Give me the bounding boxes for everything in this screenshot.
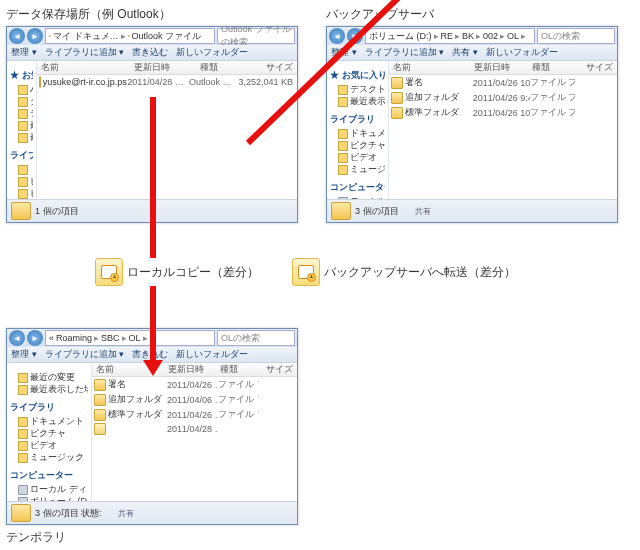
forward-button[interactable]: ► [27, 330, 43, 346]
file-row[interactable]: 署名 2011/04/26 … ファイル フォル… [92, 377, 297, 392]
col-size[interactable]: サイズ [576, 61, 617, 74]
column-headers: 名前 更新日時 種類 サイズ [92, 363, 297, 377]
status-share: 共有 [403, 206, 431, 217]
sidebar-item[interactable]: ドキュメント [10, 163, 33, 175]
col-type[interactable]: 種類 [196, 61, 250, 74]
sidebar-item[interactable]: ピクチャ [330, 139, 385, 151]
breadcrumb-seg[interactable]: SBC [101, 333, 120, 343]
breadcrumb-seg[interactable]: ボリューム (D:) [369, 30, 432, 43]
sidebar-item[interactable]: 最近表示した場所 [10, 131, 33, 143]
file-row[interactable]: 追加フォルダ 2011/04/26 9:45 ファイル フォルダー [389, 90, 617, 105]
breadcrumb-seg[interactable]: « [49, 333, 54, 343]
folder-icon [94, 409, 106, 421]
menu-new-folder[interactable]: 新しいフォルダー [176, 46, 248, 59]
file-row[interactable]: 標準フォルダ 2011/04/26 … ファイル フォル… [92, 407, 297, 422]
col-date[interactable]: 更新日時 [130, 61, 196, 74]
address-bar[interactable]: ボリューム (D:)▸ RE▸ BK▸ 002▸ OL▸ [365, 28, 535, 44]
file-list: 名前 更新日時 種類 サイズ 署名 2011/04/26 10:53 ファイル … [389, 61, 617, 199]
sidebar-item[interactable]: 最近の変更 [10, 119, 33, 131]
breadcrumb-seg[interactable]: BK [462, 31, 474, 41]
address-bar[interactable]: « Roaming▸ SBC▸ OL▸ [45, 330, 215, 346]
file-row[interactable]: 標準フォルダ 2011/04/26 10:53 ファイル フォルダー [389, 105, 617, 120]
libraries-header[interactable]: ライブラリ [10, 401, 88, 414]
back-button[interactable]: ◄ [9, 28, 25, 44]
search-input[interactable]: OLの検索 [217, 330, 295, 346]
sidebar-item[interactable]: ビデオ [10, 439, 88, 451]
file-list: 名前 更新日時 種類 サイズ 署名 2011/04/26 … ファイル フォル…… [92, 363, 297, 501]
sidebar-item[interactable]: デスクトップ [10, 107, 33, 119]
step-label: ローカルコピー（差分） [127, 264, 259, 281]
panel-backup-server: バックアップサーバ ◄ ► ボリューム (D:)▸ RE▸ BK▸ 002▸ O… [326, 6, 618, 223]
menu-new-folder[interactable]: 新しいフォルダー [486, 46, 558, 59]
folder-icon [128, 35, 130, 37]
step-local-copy: ローカルコピー（差分） [95, 258, 259, 286]
file-row[interactable]: yusuke@rt-ir.co.jp.pst 2011/04/28 … Outl… [37, 75, 297, 89]
status-text: 1 個の項目 [35, 205, 79, 218]
col-type[interactable]: 種類 [528, 61, 576, 74]
menu-share[interactable]: 共有 ▾ [452, 46, 478, 59]
sidebar-item[interactable]: ドキュメント [10, 415, 88, 427]
col-name[interactable]: 名前 [389, 61, 470, 74]
back-button[interactable]: ◄ [9, 330, 25, 346]
breadcrumb-seg[interactable]: マイ ドキュメ… [53, 30, 119, 43]
pst-file-icon [94, 423, 106, 435]
step-backup-transfer: バックアップサーバへ転送（差分） [292, 258, 516, 286]
breadcrumb-seg[interactable]: Roaming [56, 333, 92, 343]
address-bar[interactable]: マイ ドキュメ… ▸ Outlook ファイル [45, 28, 215, 44]
favorites-header[interactable]: ★ お気に入り [330, 69, 385, 82]
col-size[interactable]: サイズ [250, 61, 297, 74]
status-bar: 3 個の項目 共有 [327, 199, 617, 222]
sidebar-item[interactable]: デスクトップ [330, 83, 385, 95]
sidebar-item[interactable]: ミュージック [330, 163, 385, 175]
menu-add-to-library[interactable]: ライブラリに追加 ▾ [45, 348, 125, 361]
col-type[interactable]: 種類 [216, 363, 259, 376]
sidebar-item[interactable]: ピクチャ [10, 175, 33, 187]
search-input[interactable]: OLの検索 [537, 28, 615, 44]
breadcrumb-seg[interactable]: OL [507, 31, 519, 41]
file-row[interactable]: 追加フォルダ 2011/04/06 … ファイル フォル… [92, 392, 297, 407]
back-button[interactable]: ◄ [329, 28, 345, 44]
favorites-header[interactable]: ★ お気に入り [10, 69, 33, 82]
menu-add-to-library[interactable]: ライブラリに追加 ▾ [365, 46, 445, 59]
sidebar-item[interactable]: 最近表示した場所 [10, 383, 88, 395]
search-input[interactable]: Outlook ファイルの検索 [217, 28, 295, 44]
menu-add-to-library[interactable]: ライブラリに追加 ▾ [45, 46, 125, 59]
arrow-local-copy [150, 97, 156, 362]
col-name[interactable]: 名前 [37, 61, 130, 74]
col-date[interactable]: 更新日時 [164, 363, 216, 376]
folder-icon [49, 35, 51, 37]
panel-label: データ保存場所（例 Outlook） [6, 6, 298, 23]
menu-organize[interactable]: 整理 ▾ [11, 46, 37, 59]
breadcrumb-seg[interactable]: 002 [483, 31, 498, 41]
sidebar: 最近の変更 最近表示した場所 ライブラリ ドキュメント ピクチャ ビデオ ミュー… [7, 363, 92, 501]
sidebar-item[interactable]: ビデオ [330, 151, 385, 163]
file-row[interactable]: 2011/04/28 … [92, 422, 297, 436]
sidebar-item[interactable]: ダウンロード [10, 95, 33, 107]
libraries-header[interactable]: ライブラリ [330, 113, 385, 126]
sidebar-item[interactable]: 最近の変更 [10, 371, 88, 383]
sidebar-item[interactable]: ビデオ [10, 187, 33, 199]
file-row[interactable]: 署名 2011/04/26 10:53 ファイル フォルダー [389, 75, 617, 90]
sidebar-item-drive[interactable]: ローカル ディス… [10, 483, 88, 495]
menu-new-folder[interactable]: 新しいフォルダー [176, 348, 248, 361]
panel-label: テンポラリ [6, 529, 298, 546]
sidebar-item[interactable]: パブリック [10, 83, 33, 95]
computer-header[interactable]: コンピューター [10, 469, 88, 482]
libraries-header[interactable]: ライブラリ [10, 149, 33, 162]
computer-header[interactable]: コンピューター [330, 181, 385, 194]
folder-icon [391, 92, 403, 104]
breadcrumb-seg[interactable]: OL [129, 333, 141, 343]
col-size[interactable]: サイズ [260, 363, 297, 376]
sidebar: ★ お気に入り パブリック ダウンロード デスクトップ 最近の変更 最近表示した… [7, 61, 37, 199]
step-label: バックアップサーバへ転送（差分） [324, 264, 516, 281]
breadcrumb-seg[interactable]: Outlook ファイル [132, 30, 202, 43]
forward-button[interactable]: ► [27, 28, 43, 44]
breadcrumb-seg[interactable]: RE [441, 31, 454, 41]
menu-burn[interactable]: 書き込む [132, 46, 168, 59]
sidebar-item[interactable]: ドキュメント [330, 127, 385, 139]
menu-organize[interactable]: 整理 ▾ [11, 348, 37, 361]
sidebar-item[interactable]: ピクチャ [10, 427, 88, 439]
sidebar-item[interactable]: ミュージック [10, 451, 88, 463]
col-date[interactable]: 更新日時 [470, 61, 528, 74]
sidebar-item[interactable]: 最近表示した場所 [330, 95, 385, 107]
